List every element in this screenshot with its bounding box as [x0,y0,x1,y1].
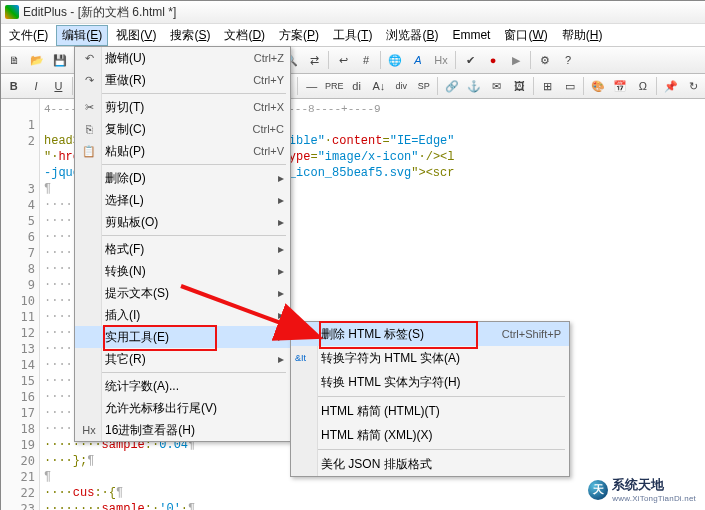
word-wrap-icon[interactable]: ↩ [332,49,354,71]
menu-方案[interactable]: 方案(P) [273,25,325,46]
menu-视图[interactable]: 视图(V) [110,25,162,46]
menu-item-icon: 📋 [81,143,97,159]
sp-icon[interactable]: SP [413,75,434,97]
submenu-item[interactable]: HTML 精简 (HTML)(T) [291,399,569,423]
help-icon[interactable]: ? [557,49,579,71]
menu-item[interactable]: 提示文本(S)▸ [75,282,290,304]
open-file-icon[interactable]: 📂 [26,49,48,71]
hex-icon[interactable]: Hx [430,49,452,71]
submenu-arrow-icon: ▸ [278,308,284,322]
record-icon[interactable]: ● [482,49,504,71]
line-gutter: 12 3456789101112131415161718192021222324… [1,99,40,510]
image-icon[interactable]: 🖼 [508,75,529,97]
app-icon [5,5,19,19]
menu-item-label: 撤销(U) [105,50,254,67]
pin-icon[interactable]: 📌 [660,75,681,97]
menu-编辑[interactable]: 编辑(E) [56,25,108,46]
menu-item-label: 转换(N) [105,263,284,280]
font-icon[interactable]: A [407,49,429,71]
form-icon[interactable]: ▭ [559,75,580,97]
submenu-arrow-icon: ▸ [278,264,284,278]
submenu-arrow-icon: ▸ [278,193,284,207]
color-icon[interactable]: 🎨 [587,75,608,97]
menu-item[interactable]: 允许光标移出行尾(V) [75,397,290,419]
anchor-icon[interactable]: ⚓ [464,75,485,97]
watermark-url: www.XiTongTianDi.net [612,494,696,503]
utility-submenu: 删除 HTML 标签(S)Ctrl+Shift+P&It转换字符为 HTML 实… [290,321,570,477]
save-icon[interactable]: 💾 [49,49,71,71]
div-icon[interactable]: div [391,75,412,97]
pre-icon[interactable]: PRE [324,75,345,97]
menu-item-label: 其它(R) [105,351,284,368]
menu-item[interactable]: 剪贴板(O)▸ [75,211,290,233]
settings-icon[interactable]: ⚙ [534,49,556,71]
char-icon[interactable]: Ω [632,75,653,97]
menu-item-icon: Hx [81,422,97,438]
menu-item[interactable]: 转换(N)▸ [75,260,290,282]
new-file-icon[interactable]: 🗎 [3,49,25,71]
submenu-item[interactable]: 删除 HTML 标签(S)Ctrl+Shift+P [291,322,569,346]
submenu-item[interactable]: 转换 HTML 实体为字符(H) [291,370,569,394]
browser-icon[interactable]: 🌐 [384,49,406,71]
submenu-item[interactable]: 美化 JSON 排版格式 [291,452,569,476]
hr-icon[interactable]: — [301,75,322,97]
menu-item-label: 实用工具(E) [105,329,284,346]
menu-item[interactable]: ⎘复制(C)Ctrl+C [75,118,290,140]
menu-item[interactable]: 统计字数(A)... [75,375,290,397]
italic-icon[interactable]: I [25,75,46,97]
ai-icon[interactable]: A↓ [368,75,389,97]
submenu-item[interactable]: &It转换字符为 HTML 实体(A) [291,346,569,370]
menu-item[interactable]: 其它(R)▸ [75,348,290,370]
menu-item[interactable]: 📋粘贴(P)Ctrl+V [75,140,290,162]
link-icon[interactable]: 🔗 [441,75,462,97]
menu-item-label: 删除(D) [105,170,284,187]
submenu-item[interactable]: HTML 精简 (XML)(X) [291,423,569,447]
watermark-brand: 系统天地 [612,477,664,492]
menu-item[interactable]: 格式(F)▸ [75,238,290,260]
menu-item-label: 粘贴(P) [105,143,253,160]
menu-item[interactable]: 选择(L)▸ [75,189,290,211]
menu-浏览器[interactable]: 浏览器(B) [380,25,444,46]
menu-搜索[interactable]: 搜索(S) [164,25,216,46]
table-icon[interactable]: ⊞ [537,75,558,97]
underline-icon[interactable]: U [48,75,69,97]
menu-emmet[interactable]: Emmet [446,26,496,44]
menu-item-label: 剪切(T) [105,99,253,116]
refresh-icon[interactable]: ↻ [683,75,704,97]
menu-item-label: 允许光标移出行尾(V) [105,400,284,417]
spell-icon[interactable]: ✔ [459,49,481,71]
menu-item[interactable]: 实用工具(E)▸ [75,326,290,348]
play-icon[interactable]: ▶ [505,49,527,71]
menu-工具[interactable]: 工具(T) [327,25,378,46]
di-icon[interactable]: di [346,75,367,97]
edit-menu-dropdown: ↶撤销(U)Ctrl+Z↷重做(R)Ctrl+Y✂剪切(T)Ctrl+X⎘复制(… [74,46,291,442]
submenu-item-icon: &It [295,353,306,363]
date-icon[interactable]: 📅 [610,75,631,97]
menu-窗口[interactable]: 窗口(W) [498,25,553,46]
menu-item[interactable]: ↷重做(R)Ctrl+Y [75,69,290,91]
menu-item-icon: ↷ [81,72,97,88]
mail-icon[interactable]: ✉ [486,75,507,97]
menu-item[interactable]: Hx16进制查看器(H) [75,419,290,441]
replace-icon[interactable]: ⇄ [303,49,325,71]
menu-item-shortcut: Ctrl+Y [253,74,284,86]
menu-文档[interactable]: 文档(D) [218,25,271,46]
menu-item-label: 重做(R) [105,72,253,89]
line-num-icon[interactable]: # [355,49,377,71]
menu-item[interactable]: ↶撤销(U)Ctrl+Z [75,47,290,69]
menu-item[interactable]: 删除(D)▸ [75,167,290,189]
bold-icon[interactable]: B [3,75,24,97]
menu-item-label: 提示文本(S) [105,285,284,302]
menu-item[interactable]: 插入(I)▸ [75,304,290,326]
submenu-arrow-icon: ▸ [278,171,284,185]
menu-item-icon: ↶ [81,50,97,66]
menu-item[interactable]: ✂剪切(T)Ctrl+X [75,96,290,118]
menu-帮助[interactable]: 帮助(H) [556,25,609,46]
watermark-logo-icon: 天 [588,480,608,500]
menu-item-label: 插入(I) [105,307,284,324]
submenu-item-shortcut: Ctrl+Shift+P [502,328,561,340]
submenu-item-label: 转换字符为 HTML 实体(A) [321,350,561,367]
menu-item-shortcut: Ctrl+C [253,123,284,135]
menu-文件[interactable]: 文件(F) [3,25,54,46]
menu-item-shortcut: Ctrl+V [253,145,284,157]
